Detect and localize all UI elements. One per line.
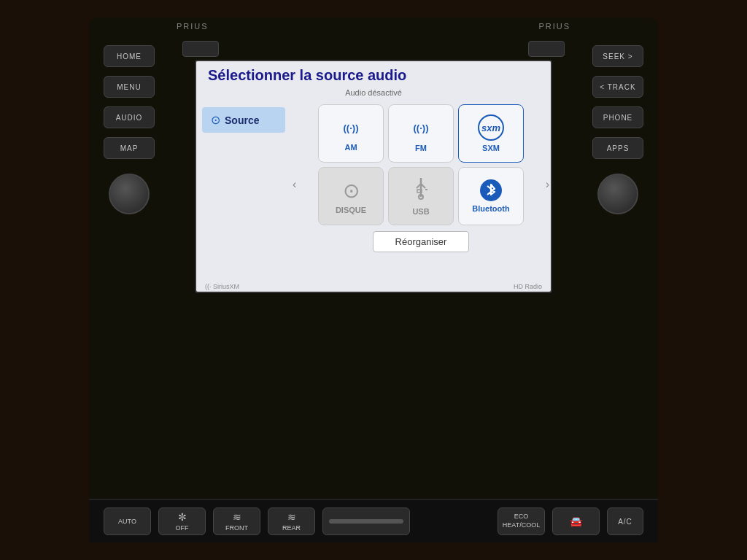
audio-button[interactable]: AUDIO [104,106,155,128]
nav-left-arrow[interactable]: ‹ [293,178,296,191]
svg-text:((·)): ((·)) [414,122,429,133]
disque-label: DISQUE [336,206,366,214]
fan-icon: ✼ [178,511,187,523]
phone-button[interactable]: PHONE [592,106,643,128]
car-icon: 🚘 [570,516,582,527]
console-body: HOME MENU AUDIO MAP Sélectionner la sour… [89,38,658,493]
svg-text:((·)): ((·)) [344,122,359,133]
disque-tile[interactable]: ⊙ DISQUE [318,167,384,225]
car-console: PRIUS PRIUS HOME MENU AUDIO MAP Sélectio… [89,18,658,542]
bluetooth-label: Bluetooth [472,204,509,213]
screen-bottom-bar: ((· SiriusXM HD Radio [196,283,551,290]
tune-scroll-knob[interactable] [597,174,638,214]
right-controls: SEEK > < TRACK PHONE APPS [585,38,651,493]
sources-grid-container: ‹ › ((·)) AM [291,98,551,271]
menu-button[interactable]: MENU [104,76,155,98]
front-defrost-icon: ≋ [233,511,241,523]
skip-button[interactable] [528,41,565,57]
screen-title: Sélectionner la source audio [196,61,551,87]
usb-icon [411,176,431,204]
reorganize-button[interactable]: Réorganiser [373,231,470,252]
auto-button[interactable]: AUTO [104,508,151,535]
ac-button[interactable]: A/C [607,508,643,535]
hd-radio-logo: HD Radio [514,283,542,290]
source-item[interactable]: ⊙ Source [202,107,285,133]
home-button[interactable]: HOME [104,45,155,67]
seek-button[interactable]: SEEK > [592,45,643,67]
rear-label: REAR [282,524,301,532]
front-defrost-button[interactable]: ≋ FRONT [213,508,260,535]
am-icon: ((·)) [338,115,364,139]
defrost-button[interactable]: 🚘 [552,508,600,535]
sources-grid: ((·)) AM ((·)) [312,101,530,228]
climate-left: AUTO ✼ OFF ≋ FRONT ≋ REAR [104,508,410,535]
siriusxm-logo: ((· SiriusXM [205,283,239,290]
map-button[interactable]: MAP [104,137,155,159]
fm-label: FM [415,144,427,152]
bluetooth-tile[interactable]: Bluetooth [458,167,524,225]
top-screen-controls [168,38,579,60]
power-volume-knob[interactable] [109,174,150,214]
am-label: AM [344,143,357,152]
rear-defrost-icon: ≋ [287,511,296,523]
source-sidebar: ⊙ Source [196,98,291,271]
top-bar: PRIUS PRIUS [89,18,658,35]
touchscreen[interactable]: Sélectionner la source audio Audio désac… [195,60,552,293]
auto-label: AUTO [118,518,136,525]
source-label: Source [225,114,259,126]
sxm-icon: sxm [478,114,504,141]
sxm-label: SXM [482,144,500,152]
eco-label: ECOHEAT/COOL [503,513,540,529]
fan-off-label: OFF [176,524,189,532]
prius-label-right: PRIUS [538,22,570,31]
prius-label-left: PRIUS [177,22,209,31]
screen-subtitle: Audio désactivé [196,87,551,98]
eject-button[interactable] [182,41,219,57]
bluetooth-icon [480,179,502,201]
slider-track [329,519,403,524]
disc-icon: ⊙ [343,179,360,203]
sxm-tile[interactable]: sxm SXM [458,104,524,163]
fan-slider[interactable] [322,508,410,535]
rear-defrost-button[interactable]: ≋ REAR [268,508,315,535]
climate-right: ECOHEAT/COOL 🚘 A/C [498,508,643,535]
fan-off-button[interactable]: ✼ OFF [158,508,206,535]
ac-label: A/C [618,518,632,526]
front-label: FRONT [225,524,248,532]
usb-tile[interactable]: USB [388,167,454,225]
usb-label: USB [412,207,429,216]
center-screen: Sélectionner la source audio Audio désac… [168,38,579,493]
eco-button[interactable]: ECOHEAT/COOL [498,508,545,535]
track-button[interactable]: < TRACK [592,76,643,98]
nav-right-arrow[interactable]: › [546,178,549,191]
apps-button[interactable]: APPS [592,137,643,159]
fm-icon: ((·)) [408,115,434,141]
left-controls: HOME MENU AUDIO MAP [96,38,162,493]
bottom-controls: AUTO ✼ OFF ≋ FRONT ≋ REAR ECOHEAT/COOL [89,499,658,542]
fm-tile[interactable]: ((·)) FM [388,104,454,163]
am-tile[interactable]: ((·)) AM [318,104,384,163]
screen-content: ⊙ Source ‹ › (( [196,98,551,271]
source-icon: ⊙ [211,113,220,127]
